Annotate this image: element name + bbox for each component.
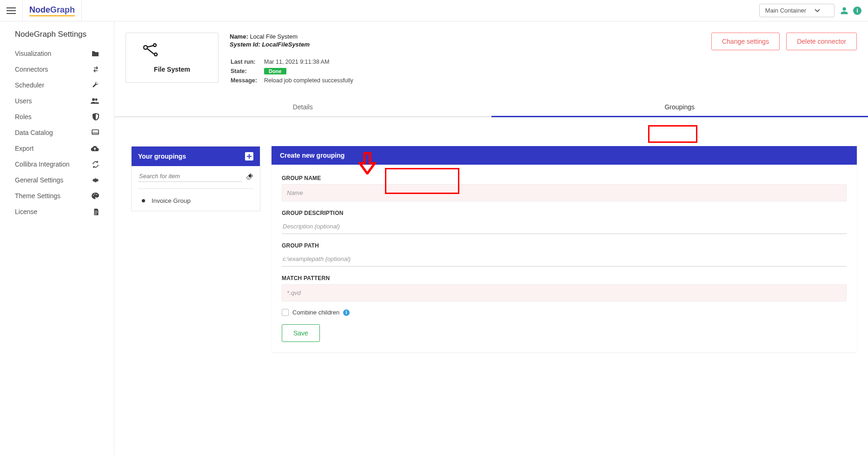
users-icon bbox=[91, 98, 99, 104]
user-icon[interactable] bbox=[840, 7, 848, 15]
combine-children-label: Combine children bbox=[292, 309, 339, 316]
sidebar-item-theme-settings[interactable]: Theme Settings bbox=[7, 188, 106, 204]
svg-point-0 bbox=[92, 98, 95, 101]
plus-icon bbox=[246, 154, 252, 159]
svg-point-3 bbox=[93, 195, 94, 196]
grouping-item-label: Invoice Group bbox=[152, 197, 191, 204]
match-pattern-label: MATCH PATTERN bbox=[282, 275, 847, 281]
sidebar-item-export[interactable]: Export bbox=[7, 141, 106, 156]
change-settings-button[interactable]: Change settings bbox=[711, 33, 780, 50]
sidebar-item-label: Collibra Integration bbox=[15, 161, 70, 168]
your-groupings-title: Your groupings bbox=[138, 153, 186, 160]
group-name-input[interactable] bbox=[282, 184, 847, 201]
shield-icon bbox=[93, 113, 99, 120]
hamburger-menu-icon[interactable] bbox=[0, 7, 22, 14]
grouping-item[interactable]: Invoice Group bbox=[132, 194, 260, 211]
svg-point-7 bbox=[153, 44, 156, 47]
save-button[interactable]: Save bbox=[282, 324, 320, 342]
monitor-icon bbox=[92, 129, 99, 136]
sidebar-item-label: Scheduler bbox=[15, 81, 44, 89]
sidebar-item-users[interactable]: Users bbox=[7, 93, 106, 109]
svg-point-5 bbox=[96, 194, 97, 195]
sidebar-item-label: Visualization bbox=[15, 50, 51, 57]
eraser-icon[interactable] bbox=[246, 173, 253, 180]
info-icon[interactable]: i bbox=[343, 309, 350, 316]
annotation-arrow-down-icon bbox=[358, 152, 377, 174]
create-grouping-panel: Create new grouping GROUP NAME GROUP DES… bbox=[272, 146, 857, 352]
connector-meta: Name: Local File System System Id: Local… bbox=[230, 33, 700, 86]
sidebar-item-collibra[interactable]: Collibra Integration bbox=[7, 156, 106, 172]
sidebar-item-data-catalog[interactable]: Data Catalog bbox=[7, 125, 106, 141]
sidebar-item-label: Export bbox=[15, 145, 33, 152]
cloud-upload-icon bbox=[91, 146, 99, 152]
group-name-label: GROUP NAME bbox=[282, 175, 847, 181]
chevron-down-icon bbox=[815, 9, 820, 13]
sidebar-item-label: Data Catalog bbox=[15, 129, 53, 136]
sidebar-item-label: Roles bbox=[15, 113, 32, 120]
group-path-label: GROUP PATH bbox=[282, 242, 847, 249]
svg-rect-2 bbox=[92, 130, 99, 134]
transfer-icon bbox=[93, 66, 99, 73]
match-pattern-input[interactable] bbox=[282, 284, 847, 301]
top-bar: NodeGraph Main Container i bbox=[0, 0, 868, 21]
create-grouping-title: Create new grouping bbox=[280, 152, 345, 159]
sidebar-title: NodeGraph Settings bbox=[15, 30, 106, 39]
document-icon bbox=[93, 208, 99, 215]
delete-connector-button[interactable]: Delete connector bbox=[786, 33, 857, 50]
group-desc-input[interactable] bbox=[282, 219, 847, 234]
sidebar-item-scheduler[interactable]: Scheduler bbox=[7, 77, 106, 93]
svg-point-1 bbox=[95, 99, 98, 101]
sync-icon bbox=[92, 161, 99, 168]
tab-details[interactable]: Details bbox=[114, 98, 491, 116]
wrench-icon bbox=[92, 81, 99, 89]
add-grouping-button[interactable] bbox=[245, 152, 253, 161]
svg-point-4 bbox=[94, 194, 95, 194]
info-icon[interactable]: i bbox=[853, 7, 861, 15]
gear-icon bbox=[92, 177, 99, 184]
sidebar-item-visualization[interactable]: Visualization bbox=[7, 46, 106, 61]
group-desc-label: GROUP DESCRIPTION bbox=[282, 210, 847, 216]
sidebar-item-license[interactable]: License bbox=[7, 204, 106, 220]
palette-icon bbox=[92, 193, 99, 199]
sidebar-item-general-settings[interactable]: General Settings bbox=[7, 172, 106, 188]
message-value: Reload job completed successfully bbox=[264, 76, 358, 85]
svg-point-8 bbox=[154, 53, 157, 56]
sidebar-item-roles[interactable]: Roles bbox=[7, 109, 106, 125]
folder-icon bbox=[92, 50, 99, 57]
container-select[interactable]: Main Container bbox=[759, 4, 835, 17]
sidebar: NodeGraph Settings Visualization Connect… bbox=[0, 21, 114, 455]
container-select-label: Main Container bbox=[765, 7, 806, 14]
logo[interactable]: NodeGraph bbox=[22, 0, 82, 21]
connector-card: File System bbox=[126, 33, 219, 83]
file-system-icon bbox=[139, 42, 159, 61]
last-run-value: Mar 11, 2021 9:11:38 AM bbox=[264, 58, 358, 66]
tab-groupings[interactable]: Groupings bbox=[491, 98, 868, 116]
sidebar-item-label: License bbox=[15, 208, 37, 215]
connector-card-title: File System bbox=[139, 66, 205, 73]
combine-children-checkbox[interactable] bbox=[282, 309, 289, 316]
sidebar-item-label: Theme Settings bbox=[15, 192, 60, 200]
your-groupings-panel: Your groupings Invoice Group bbox=[131, 146, 260, 211]
main-content: File System Name: Local File System Syst… bbox=[114, 21, 868, 455]
state-badge: Done bbox=[264, 68, 286, 74]
search-input[interactable] bbox=[138, 171, 242, 182]
sidebar-item-connectors[interactable]: Connectors bbox=[7, 61, 106, 77]
group-path-input[interactable] bbox=[282, 252, 847, 267]
sidebar-item-label: General Settings bbox=[15, 176, 63, 184]
sidebar-item-label: Connectors bbox=[15, 66, 48, 73]
tabs: Details Groupings bbox=[114, 98, 868, 117]
bullet-icon bbox=[142, 199, 145, 202]
sidebar-item-label: Users bbox=[15, 97, 32, 105]
